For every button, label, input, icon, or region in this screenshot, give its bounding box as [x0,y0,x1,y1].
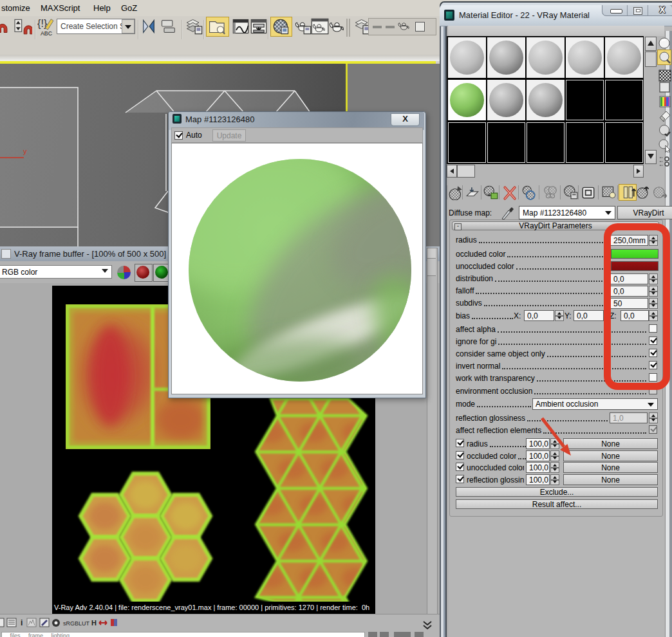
svg-text:LUT: LUT [79,620,90,627]
svg-text:i: i [21,618,23,627]
svg-text:y: y [23,147,27,155]
svg-text:ABC: ABC [41,30,52,36]
svg-text:sRGB: sRGB [63,620,79,627]
svg-text:H: H [91,619,97,627]
